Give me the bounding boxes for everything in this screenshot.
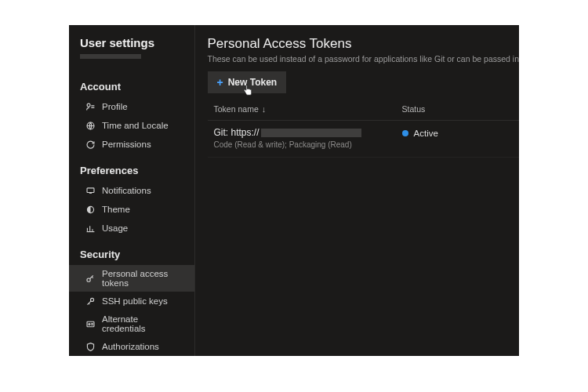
token-name: Git: https:// [214,127,402,138]
column-label: Token name [214,104,259,114]
sidebar-item-profile[interactable]: Profile [69,97,194,116]
sidebar-item-label: Profile [102,102,128,111]
sidebar-title: User settings [69,36,194,53]
svg-point-4 [86,278,89,281]
svg-point-7 [88,323,89,325]
ssh-icon [85,296,96,307]
sidebar-item-label: Theme [102,205,130,214]
tokens-table-header: Token name ↓ Status [208,96,519,121]
column-label: Status [402,104,426,114]
sidebar-item-ssh-public-keys[interactable]: SSH public keys [69,292,194,310]
svg-point-5 [90,298,93,301]
shield-icon [85,341,96,352]
sidebar-item-personal-access-tokens[interactable]: Personal access tokens [69,265,194,292]
sidebar-item-usage[interactable]: Usage [69,219,194,238]
key-icon [85,273,96,284]
sidebar-item-time-locale[interactable]: Time and Locale [69,116,194,135]
sidebar-item-label: Alternate credentials [102,314,183,333]
token-status-cell: Active [402,127,513,138]
svg-point-0 [87,103,90,107]
token-name-prefix: Git: https:// [214,127,260,138]
page-subtitle: These can be used instead of a password … [208,54,519,64]
sidebar: User settings Account Profile Time and L… [69,25,195,356]
refresh-icon [85,139,96,150]
svg-rect-2 [87,187,94,192]
column-header-token-name[interactable]: Token name ↓ [214,104,402,114]
sidebar-item-label: Personal access tokens [102,269,183,288]
column-header-status[interactable]: Status [402,104,513,114]
token-scopes: Code (Read & write); Packaging (Read) [214,140,402,149]
new-token-label: New Token [228,77,277,88]
sidebar-item-label: Time and Locale [102,121,169,130]
plus-icon: + [217,77,223,88]
globe-icon [85,120,96,131]
bell-icon [85,185,96,196]
token-row[interactable]: Git: https:// Code (Read & write); Packa… [208,121,519,158]
sidebar-item-theme[interactable]: Theme [69,200,194,219]
sidebar-item-authorizations[interactable]: Authorizations [69,337,194,356]
app-window: User settings Account Profile Time and L… [69,25,519,356]
sidebar-item-label: Notifications [102,186,151,195]
sidebar-item-label: Permissions [102,140,151,149]
sidebar-item-alternate-credentials[interactable]: Alternate credentials [69,310,194,337]
redacted-token-url [261,129,361,137]
sidebar-item-permissions[interactable]: Permissions [69,135,194,154]
status-label: Active [414,129,438,138]
token-name-cell: Git: https:// Code (Read & write); Packa… [214,127,402,149]
sort-down-icon: ↓ [262,104,267,114]
section-account: Account [69,74,194,97]
main-content: Personal Access Tokens These can be used… [195,25,519,356]
status-dot-icon [402,130,408,136]
chart-icon [85,223,96,234]
sidebar-item-label: Authorizations [102,342,159,351]
sidebar-item-label: Usage [102,223,128,233]
sidebar-item-label: SSH public keys [102,296,168,306]
alt-icon [85,318,96,329]
page-title: Personal Access Tokens [208,36,519,52]
theme-icon [85,204,96,215]
redacted-user [80,54,141,59]
sidebar-item-notifications[interactable]: Notifications [69,181,194,200]
profile-icon [85,101,96,112]
new-token-button[interactable]: + New Token [208,71,287,93]
section-preferences: Preferences [69,158,194,181]
section-security: Security [69,242,194,265]
